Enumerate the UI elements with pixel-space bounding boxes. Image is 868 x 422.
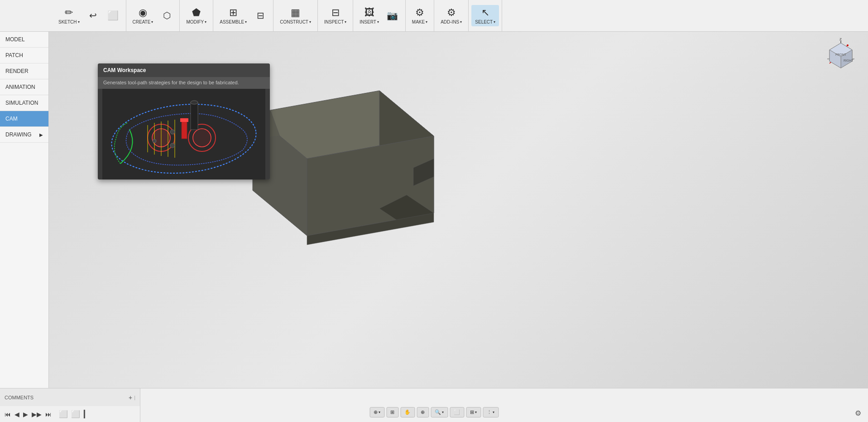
playback-icons: ⬜ ⬜ ▎ <box>59 410 89 418</box>
settings-icon: ⚙ <box>855 409 861 417</box>
camera-button[interactable]: 📷 <box>383 8 403 24</box>
zoom-fit-icon: ⊕ <box>421 409 425 415</box>
sidebar-item-cam[interactable]: CAM <box>0 111 48 127</box>
cam-popup: CAM Workspace Generates tool-path strate… <box>98 63 270 179</box>
bottom-center-tools: ⊕ ▾ ⊞ ✋ ⊕ 🔍 ▾ ⬜ ⊞ ▾ ⋮ ▾ <box>369 407 499 417</box>
grid-toggle-button[interactable]: ⊞ ▾ <box>466 407 481 417</box>
inspect-icon: ⊟ <box>331 7 340 19</box>
viewport: Z FRONT RIGHT CAM Workspace Generates to… <box>49 32 868 388</box>
insert-label: INSERT ▾ <box>360 19 379 24</box>
svg-rect-29 <box>180 118 188 122</box>
display-menu-arrow: ▾ <box>493 410 494 414</box>
insert-button[interactable]: 🖼 INSERT ▾ <box>356 5 383 26</box>
marker-icon: ▎ <box>84 410 89 418</box>
comments-divider: | <box>134 395 135 400</box>
sidebar-item-animation[interactable]: ANIMATION <box>0 79 48 95</box>
sidebar-item-simulation[interactable]: SIMULATION <box>0 95 48 111</box>
view-cube-icon: ⬜ <box>454 409 460 415</box>
make-label: MAKE ▾ <box>412 19 427 24</box>
svg-point-37 <box>153 139 156 143</box>
sidebar-item-drawing[interactable]: DRAWING ▶ <box>0 127 48 143</box>
sidebar-item-render[interactable]: RENDER <box>0 63 48 79</box>
sidebar-patch-label: PATCH <box>5 52 23 58</box>
svg-text:FRONT: FRONT <box>835 53 847 56</box>
svg-point-36 <box>170 143 175 148</box>
select-button[interactable]: ↖ SELECT ▾ <box>471 5 499 26</box>
display-menu-icon: ⋮ <box>487 409 492 415</box>
construct-button[interactable]: ▦ CONSTRUCT ▾ <box>276 5 315 26</box>
create-section: ◉ CREATE ▾ ⬡ <box>126 0 180 31</box>
assemble-button[interactable]: ⊞ ASSEMBLE ▾ <box>216 5 250 26</box>
addins-label: ADD-INS ▾ <box>441 19 462 24</box>
sidebar-item-model[interactable]: MODEL <box>0 32 48 48</box>
rectangle-icon: ⬜ <box>107 10 119 21</box>
skip-end-button[interactable]: ⏭ <box>45 411 52 418</box>
sidebar-drawing-label: DRAWING <box>5 131 32 138</box>
construct-section: ▦ CONSTRUCT ▾ <box>273 0 318 31</box>
comments-add-button[interactable]: + <box>129 394 132 401</box>
zoom-menu-button[interactable]: 🔍 ▾ <box>431 407 448 417</box>
modify-icon: ⬟ <box>192 7 201 19</box>
nav-cube[interactable]: Z FRONT RIGHT <box>823 36 859 73</box>
origin-tool-button[interactable]: ⊕ ▾ <box>369 407 384 417</box>
create-label: CREATE ▾ <box>133 19 153 24</box>
sidebar-render-label: RENDER <box>5 68 29 74</box>
sidebar-simulation-label: SIMULATION <box>5 100 38 106</box>
camera-icon: 📷 <box>387 10 398 21</box>
pan-tool-icon: ✋ <box>404 409 411 415</box>
cam-popup-image <box>98 89 270 179</box>
view-cube-button[interactable]: ⬜ <box>450 407 464 417</box>
svg-point-35 <box>170 130 175 134</box>
insert-section: 🖼 INSERT ▾ 📷 <box>353 0 406 31</box>
hex-button[interactable]: ⬡ <box>157 8 177 24</box>
addins-section: ⚙ ADD-INS ▾ <box>434 0 469 31</box>
sketch-label: SKETCH ▾ <box>58 19 80 24</box>
make-section: ⚙ MAKE ▾ <box>406 0 434 31</box>
origin-tool-arrow: ▾ <box>379 410 380 414</box>
cam-popup-title: CAM Workspace <box>103 67 146 73</box>
assemble2-button[interactable]: ⊟ <box>250 8 270 24</box>
sidebar-animation-label: ANIMATION <box>5 84 35 90</box>
addins-icon: ⚙ <box>447 7 456 19</box>
assemble-section: ⊞ ASSEMBLE ▾ ⊟ <box>213 0 273 31</box>
sketch-button[interactable]: ✏ SKETCH ▾ <box>55 5 83 26</box>
play-button[interactable]: ▶ <box>23 411 28 418</box>
assemble-label: ASSEMBLE ▾ <box>220 19 247 24</box>
prev-button[interactable]: ◀ <box>14 411 19 418</box>
assemble-icon: ⊞ <box>229 7 237 19</box>
snap-tool-icon: ⊞ <box>390 409 394 415</box>
settings-button[interactable]: ⚙ <box>855 409 861 417</box>
make-icon: ⚙ <box>415 7 424 19</box>
zoom-menu-icon: 🔍 <box>435 409 441 415</box>
select-icon: ↖ <box>481 7 489 19</box>
modify-button[interactable]: ⬟ MODIFY ▾ <box>182 5 210 26</box>
svg-point-27 <box>191 101 198 104</box>
sidebar: MODEL PATCH RENDER ANIMATION SIMULATION … <box>0 32 49 388</box>
sidebar-item-patch[interactable]: PATCH <box>0 48 48 63</box>
undo-button[interactable]: ↩ <box>83 8 103 24</box>
pan-tool-button[interactable]: ✋ <box>400 407 415 417</box>
zoom-fit-button[interactable]: ⊕ <box>417 407 429 417</box>
construct-icon: ▦ <box>291 7 300 19</box>
rectangle-button[interactable]: ⬜ <box>103 8 123 24</box>
inspect-button[interactable]: ⊟ INSPECT ▾ <box>321 5 350 26</box>
skip-start-button[interactable]: ⏮ <box>5 411 11 418</box>
create-icon: ◉ <box>139 7 147 19</box>
addins-button[interactable]: ⚙ ADD-INS ▾ <box>437 5 465 26</box>
grid-toggle-icon: ⊞ <box>470 409 474 415</box>
create-button[interactable]: ◉ CREATE ▾ <box>129 5 157 26</box>
sidebar-cam-label: CAM <box>5 116 18 122</box>
svg-point-19 <box>847 44 849 46</box>
svg-point-25 <box>193 129 211 147</box>
bottom-bar: COMMENTS + | ⏮ ◀ ▶ ▶▶ ⏭ ⬜ ⬜ ▎ ⊕ ▾ ⊞ ✋ ⊕ … <box>0 388 868 422</box>
grid-toggle-arrow: ▾ <box>475 410 477 414</box>
origin-tool-icon: ⊕ <box>374 409 378 415</box>
svg-text:Z: Z <box>839 37 842 41</box>
display-menu-button[interactable]: ⋮ ▾ <box>483 407 499 417</box>
snap-tool-button[interactable]: ⊞ <box>386 407 398 417</box>
svg-text:RIGHT: RIGHT <box>844 59 854 62</box>
next-button[interactable]: ▶▶ <box>32 411 42 418</box>
modify-section: ⬟ MODIFY ▾ <box>180 0 213 31</box>
make-button[interactable]: ⚙ MAKE ▾ <box>408 5 431 26</box>
construct-label: CONSTRUCT ▾ <box>280 19 311 24</box>
